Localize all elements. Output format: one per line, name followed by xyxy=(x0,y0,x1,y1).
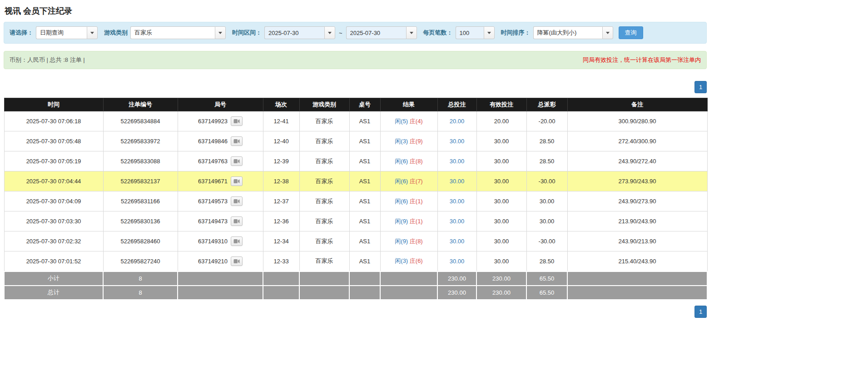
query-type-input[interactable] xyxy=(36,26,87,39)
cell-remark: 213.90/243.90 xyxy=(567,211,707,231)
result-banker: 庄(9) xyxy=(410,138,423,145)
result-player: 闲(6) xyxy=(395,178,408,185)
subtotal-payout: 65.50 xyxy=(526,271,567,286)
date-from-input[interactable] xyxy=(264,26,324,39)
video-camera-icon xyxy=(233,199,240,204)
result-player: 闲(6) xyxy=(395,198,408,205)
cell-bet-id: 522695833088 xyxy=(103,151,178,171)
result-banker: 庄(4) xyxy=(410,118,423,125)
header-total-bet: 总投注 xyxy=(437,98,476,111)
cell-valid-bet: 30.00 xyxy=(476,211,526,231)
summary-bar: 币别：人民币 | 总共 :8 注单 | 同局有效投注，统一计算在该局第一张注单内 xyxy=(4,51,707,69)
query-type-dropdown-button[interactable] xyxy=(87,26,98,39)
video-replay-button[interactable] xyxy=(231,116,243,126)
total-bet-link[interactable]: 30.00 xyxy=(450,218,465,225)
page-number-button[interactable]: 1 xyxy=(694,306,707,318)
cell-time: 2025-07-30 07:06:18 xyxy=(4,111,103,131)
cell-round: 637149923 xyxy=(178,111,263,131)
cell-game-type: 百家乐 xyxy=(299,191,349,211)
round-number: 637149573 xyxy=(198,198,228,205)
video-replay-button[interactable] xyxy=(231,176,243,186)
total-total-bet: 230.00 xyxy=(437,286,476,300)
header-valid-bet: 有效投注 xyxy=(476,98,526,111)
total-bet-link[interactable]: 30.00 xyxy=(450,138,465,145)
date-to-dropdown-button[interactable] xyxy=(406,26,417,39)
cell-session: 12-41 xyxy=(263,111,299,131)
cell-total-bet: 30.00 xyxy=(437,131,476,151)
table-row: 2025-07-30 07:02:32 522695828460 6371493… xyxy=(4,231,707,251)
cell-total-bet: 30.00 xyxy=(437,191,476,211)
game-type-dropdown-button[interactable] xyxy=(215,26,226,39)
total-bet-link[interactable]: 30.00 xyxy=(450,178,465,185)
sort-dropdown-button[interactable] xyxy=(602,26,613,39)
game-type-input[interactable] xyxy=(130,26,215,39)
page-size-label: 每页笔数： xyxy=(423,29,453,37)
total-bet-link[interactable]: 30.00 xyxy=(450,258,465,265)
pagination-bottom: 1 xyxy=(4,306,707,318)
page-size-input[interactable] xyxy=(456,26,484,39)
cell-time: 2025-07-30 07:04:44 xyxy=(4,171,103,191)
subtotal-empty xyxy=(380,271,437,286)
video-camera-icon xyxy=(233,119,240,124)
query-button[interactable]: 查询 xyxy=(619,26,643,39)
video-camera-icon xyxy=(233,219,240,224)
cell-payout: 28.50 xyxy=(526,251,567,271)
result-player: 闲(3) xyxy=(395,138,408,145)
cell-result: 闲(9) 庄(8) xyxy=(380,231,437,251)
sort-input[interactable] xyxy=(533,26,602,39)
total-empty xyxy=(299,286,349,300)
total-count: 8 xyxy=(103,286,178,300)
page-size-dropdown-button[interactable] xyxy=(484,26,495,39)
header-session: 场次 xyxy=(263,98,299,111)
chevron-down-icon xyxy=(328,32,332,34)
cell-result: 闲(5) 庄(4) xyxy=(380,111,437,131)
subtotal-count: 8 xyxy=(103,271,178,286)
cell-result: 闲(3) 庄(9) xyxy=(380,131,437,151)
cell-result: 闲(6) 庄(7) xyxy=(380,171,437,191)
cell-round: 637149310 xyxy=(178,231,263,251)
page-title: 视讯 会员下注纪录 xyxy=(4,4,707,22)
header-game-type: 游戏类别 xyxy=(299,98,349,111)
video-replay-button[interactable] xyxy=(231,156,243,166)
cell-time: 2025-07-30 07:03:30 xyxy=(4,211,103,231)
cell-session: 12-39 xyxy=(263,151,299,171)
subtotal-empty xyxy=(263,271,299,286)
total-bet-link[interactable]: 30.00 xyxy=(450,238,465,245)
cell-session: 12-34 xyxy=(263,231,299,251)
table-row: 2025-07-30 07:04:44 522695832137 6371496… xyxy=(4,171,707,191)
total-bet-link[interactable]: 30.00 xyxy=(450,158,465,165)
video-replay-button[interactable] xyxy=(231,256,243,266)
cell-payout: -20.00 xyxy=(526,111,567,131)
date-to-input[interactable] xyxy=(346,26,406,39)
cell-table-no: AS1 xyxy=(349,251,380,271)
cell-table-no: AS1 xyxy=(349,131,380,151)
cell-table-no: AS1 xyxy=(349,211,380,231)
cell-game-type: 百家乐 xyxy=(299,231,349,251)
subtotal-empty xyxy=(299,271,349,286)
cell-remark: 215.40/243.90 xyxy=(567,251,707,271)
page-number-button[interactable]: 1 xyxy=(694,81,707,93)
total-empty xyxy=(567,286,707,300)
records-tbody: 2025-07-30 07:06:18 522695834884 6371499… xyxy=(4,111,707,271)
cell-bet-id: 522695830136 xyxy=(103,211,178,231)
cell-result: 闲(6) 庄(8) xyxy=(380,151,437,171)
header-row: 时间 注单编号 局号 场次 游戏类别 桌号 结果 总投注 有效投注 总派彩 备注 xyxy=(4,98,707,111)
cell-payout: 28.50 xyxy=(526,151,567,171)
cell-table-no: AS1 xyxy=(349,231,380,251)
video-replay-button[interactable] xyxy=(231,196,243,206)
cell-game-type: 百家乐 xyxy=(299,151,349,171)
page-size-combo xyxy=(456,26,495,39)
game-type-combo xyxy=(130,26,226,39)
table-row: 2025-07-30 07:01:52 522695827240 6371492… xyxy=(4,251,707,271)
table-row: 2025-07-30 07:04:09 522695831166 6371495… xyxy=(4,191,707,211)
video-replay-button[interactable] xyxy=(231,216,243,226)
total-empty xyxy=(380,286,437,300)
video-replay-button[interactable] xyxy=(231,136,243,146)
video-replay-button[interactable] xyxy=(231,236,243,246)
cell-valid-bet: 20.00 xyxy=(476,111,526,131)
sort-label: 时间排序： xyxy=(501,29,531,37)
total-bet-link[interactable]: 30.00 xyxy=(450,198,465,205)
total-bet-link[interactable]: 20.00 xyxy=(450,118,465,125)
cell-valid-bet: 30.00 xyxy=(476,231,526,251)
date-from-dropdown-button[interactable] xyxy=(324,26,335,39)
